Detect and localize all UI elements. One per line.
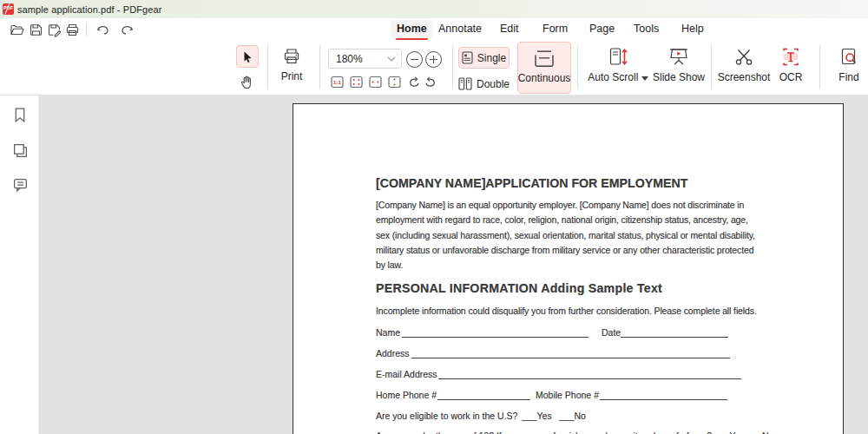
rotate-left-button[interactable] bbox=[424, 76, 437, 89]
print-label: Print bbox=[281, 70, 303, 82]
doc-title: [COMPANY NAME]APPLICATION FOR EMPLOYMENT bbox=[376, 177, 687, 189]
document-area: [COMPANY NAME]APPLICATION FOR EMPLOYMENT… bbox=[0, 95, 868, 434]
continuous-scroll-icon bbox=[533, 50, 556, 68]
zoom-out-button[interactable] bbox=[406, 51, 423, 68]
zoom-level-value: 180% bbox=[336, 53, 387, 65]
save-icon[interactable] bbox=[29, 23, 43, 37]
continuous-scroll-label: Continuous bbox=[518, 72, 571, 84]
mobile-phone-field-line bbox=[600, 399, 727, 400]
toolbar-separator bbox=[711, 45, 712, 89]
hand-icon bbox=[240, 75, 255, 90]
actual-size-button[interactable]: 1:1 bbox=[331, 76, 344, 89]
sidebar bbox=[0, 95, 39, 434]
ocr-icon bbox=[780, 47, 801, 67]
print-icon bbox=[282, 47, 301, 66]
tab-page[interactable]: Page bbox=[583, 20, 621, 38]
caret-down-icon bbox=[641, 76, 648, 81]
screenshot-label: Screenshot bbox=[718, 71, 771, 83]
tab-tools[interactable]: Tools bbox=[628, 20, 665, 38]
single-page-button[interactable]: Single bbox=[458, 47, 510, 69]
doc-intro-paragraph: [Company Name] is an equal opportunity e… bbox=[376, 198, 755, 273]
slide-show-label: Slide Show bbox=[653, 71, 705, 83]
find-button[interactable]: Find bbox=[830, 47, 868, 83]
menu-bar: Home Annotate Edit Form Page Tools Help bbox=[0, 18, 868, 40]
address-field-label: Address bbox=[376, 349, 410, 358]
doc-intro-line: employment with regard to race, color, r… bbox=[376, 213, 755, 227]
email-field-label: E-mail Address bbox=[376, 370, 437, 379]
rotate-right-button[interactable] bbox=[407, 76, 421, 89]
page-thumbnails-icon[interactable] bbox=[12, 142, 29, 159]
tab-annotate-label: Annotate bbox=[438, 23, 482, 35]
tab-page-label: Page bbox=[589, 23, 615, 35]
eligible-yes-option: ___Yes bbox=[522, 411, 552, 421]
doc-intro-line: by law. bbox=[376, 258, 755, 273]
auto-scroll-label: Auto Scroll bbox=[588, 71, 648, 83]
find-label: Find bbox=[838, 71, 858, 83]
doc-section-heading: PERSONAL INFORMATION Adding Sample Text bbox=[376, 282, 662, 294]
fit-width-button[interactable] bbox=[369, 76, 382, 89]
auto-scroll-button[interactable]: Auto Scroll bbox=[589, 47, 648, 83]
pdfgear-logo-icon: PDF bbox=[3, 3, 14, 15]
toolbar-separator bbox=[319, 45, 320, 89]
window-title: sample application.pdf - PDFgear bbox=[17, 4, 161, 15]
address-field-line bbox=[411, 358, 730, 358]
screenshot-scissors-icon bbox=[733, 47, 754, 67]
slide-show-icon bbox=[668, 47, 689, 67]
find-icon bbox=[839, 47, 859, 67]
eligible-question-label: Are you eligible to work in the U.S? bbox=[376, 411, 517, 421]
print-button[interactable]: Print bbox=[275, 47, 308, 82]
double-page-label: Double bbox=[477, 78, 510, 90]
double-page-button[interactable]: Double bbox=[458, 73, 510, 95]
toolbar-separator bbox=[452, 45, 453, 89]
ocr-label: OCR bbox=[779, 71, 803, 83]
undo-icon[interactable] bbox=[95, 23, 110, 37]
continuous-scroll-button[interactable]: Continuous bbox=[517, 42, 571, 94]
screenshot-button[interactable]: Screenshot bbox=[717, 47, 771, 83]
comments-icon[interactable] bbox=[12, 177, 29, 193]
slide-show-button[interactable]: Slide Show bbox=[651, 47, 707, 83]
fit-height-button[interactable] bbox=[388, 76, 401, 89]
name-field-label: Name bbox=[376, 328, 400, 338]
name-field-line bbox=[402, 337, 589, 338]
doc-section-note: Incomplete information could disqualify … bbox=[376, 306, 757, 316]
redo-icon[interactable] bbox=[120, 23, 135, 37]
print-quick-icon[interactable] bbox=[65, 23, 80, 37]
date-field-line bbox=[621, 337, 728, 338]
pdfgear-window: PDF sample application.pdf - PDFgear Hom… bbox=[0, 0, 868, 434]
single-page-icon bbox=[462, 51, 473, 64]
double-page-icon bbox=[458, 77, 472, 90]
tab-edit-label: Edit bbox=[500, 23, 519, 35]
doc-intro-line: sex (including sexual harassment), sexua… bbox=[376, 228, 755, 243]
toolbar: Print 180% 1:1 Single Double Continuous bbox=[0, 40, 868, 95]
single-page-label: Single bbox=[477, 52, 506, 64]
tab-annotate[interactable]: Annotate bbox=[432, 20, 488, 38]
tab-tools-label: Tools bbox=[634, 23, 659, 35]
fit-page-button[interactable] bbox=[350, 76, 363, 89]
email-field-line bbox=[438, 378, 741, 379]
tab-help[interactable]: Help bbox=[675, 20, 710, 38]
titlebar: PDF sample application.pdf - PDFgear bbox=[0, 0, 868, 18]
auto-scroll-label-text: Auto Scroll bbox=[588, 71, 638, 83]
mobile-phone-field-label: Mobile Phone # bbox=[536, 391, 599, 400]
save-as-icon[interactable] bbox=[47, 23, 62, 37]
pdf-page[interactable]: [COMPANY NAME]APPLICATION FOR EMPLOYMENT… bbox=[293, 103, 844, 434]
open-file-icon[interactable] bbox=[10, 23, 24, 37]
hand-tool-button[interactable] bbox=[236, 71, 259, 94]
ocr-button[interactable]: OCR bbox=[773, 47, 809, 83]
tab-form[interactable]: Form bbox=[536, 20, 574, 38]
eligible-no-option: ___No bbox=[559, 411, 586, 421]
date-field-label: Date bbox=[602, 328, 621, 338]
tab-edit[interactable]: Edit bbox=[494, 20, 525, 38]
bookmarks-icon[interactable] bbox=[12, 107, 28, 123]
auto-scroll-icon bbox=[608, 47, 628, 67]
select-tool-button[interactable] bbox=[236, 45, 259, 68]
zoom-in-button[interactable] bbox=[425, 51, 442, 68]
chevron-down-icon bbox=[387, 56, 396, 62]
doc-intro-line: [Company Name] is an equal opportunity e… bbox=[376, 198, 755, 213]
home-phone-field-line bbox=[437, 399, 530, 400]
zoom-level-combobox[interactable]: 180% bbox=[328, 49, 402, 69]
tab-home-label: Home bbox=[397, 23, 427, 35]
toolbar-separator bbox=[267, 45, 268, 89]
tab-home[interactable]: Home bbox=[391, 20, 433, 38]
tab-help-label: Help bbox=[681, 23, 704, 35]
